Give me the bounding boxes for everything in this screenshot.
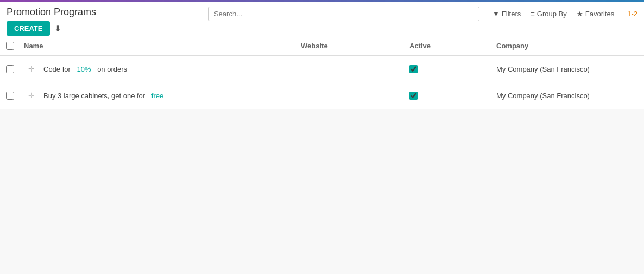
group-by-icon: ≡ — [531, 10, 535, 18]
star-icon: ★ — [577, 10, 583, 18]
row-extra-2 — [633, 91, 644, 100]
row-link-1[interactable]: Code for 10% on orders — [43, 65, 127, 73]
page-title: Promotion Programs — [7, 7, 96, 18]
col-header-website: Website — [296, 40, 405, 52]
row-checkbox-2[interactable] — [6, 92, 14, 100]
drag-handle-icon: ✛ — [24, 87, 39, 104]
page-header: Promotion Programs CREATE ⬇ ▼ Filters ≡ … — [0, 2, 644, 36]
drag-handle-icon: ✛ — [24, 60, 39, 78]
highlight-1: 10% — [72, 61, 95, 78]
header-right: ▼ Filters ≡ Group By ★ Favorites 1-2 — [96, 7, 637, 26]
filters-label: Filters — [502, 10, 521, 18]
content-area — [0, 109, 644, 272]
select-all-checkbox[interactable] — [6, 42, 14, 50]
col-header-company: Company — [492, 40, 633, 52]
group-by-label: Group By — [537, 10, 567, 18]
filters-button[interactable]: ▼ Filters — [488, 8, 525, 20]
favorites-label: Favorites — [585, 10, 614, 18]
highlight-2: free — [147, 87, 168, 104]
filter-bar: ▼ Filters ≡ Group By ★ Favorites — [488, 8, 618, 20]
record-count: 1-2 — [627, 10, 637, 18]
row-active-2 — [405, 87, 492, 104]
header-left: Promotion Programs CREATE ⬇ — [7, 7, 96, 36]
row-active-1 — [405, 61, 492, 78]
row-website-1 — [296, 65, 405, 73]
col-header-active: Active — [405, 40, 492, 52]
row-company-1: My Company (San Francisco) — [492, 61, 633, 78]
row-checkbox-col — [0, 87, 20, 104]
row-company-2: My Company (San Francisco) — [492, 87, 633, 104]
download-icon[interactable]: ⬇ — [54, 23, 61, 34]
row-name-1[interactable]: ✛ Code for 10% on orders — [20, 56, 296, 82]
search-input[interactable] — [208, 7, 479, 21]
row-name-2[interactable]: ✛ Buy 3 large cabinets, get one for free — [20, 82, 296, 109]
create-button[interactable]: CREATE — [7, 21, 50, 36]
table-container: Name Website Active Company ✛ Code for 1… — [0, 36, 644, 109]
row-link-2[interactable]: Buy 3 large cabinets, get one for free — [43, 92, 168, 100]
favorites-button[interactable]: ★ Favorites — [572, 8, 618, 20]
header-checkbox-col — [0, 40, 20, 52]
row-checkbox-col — [0, 61, 20, 78]
active-checkbox-1[interactable] — [409, 65, 418, 73]
col-header-name: Name — [20, 40, 296, 52]
table-header: Name Website Active Company — [0, 36, 644, 56]
row-checkbox-1[interactable] — [6, 65, 14, 73]
table-row: ✛ Code for 10% on orders My Company (San… — [0, 56, 644, 82]
table-row: ✛ Buy 3 large cabinets, get one for free… — [0, 82, 644, 109]
filter-icon: ▼ — [493, 10, 500, 18]
col-header-extra — [633, 40, 644, 52]
row-website-2 — [296, 91, 405, 100]
group-by-button[interactable]: ≡ Group By — [526, 8, 571, 20]
active-checkbox-2[interactable] — [409, 92, 418, 100]
row-extra-1 — [633, 65, 644, 73]
